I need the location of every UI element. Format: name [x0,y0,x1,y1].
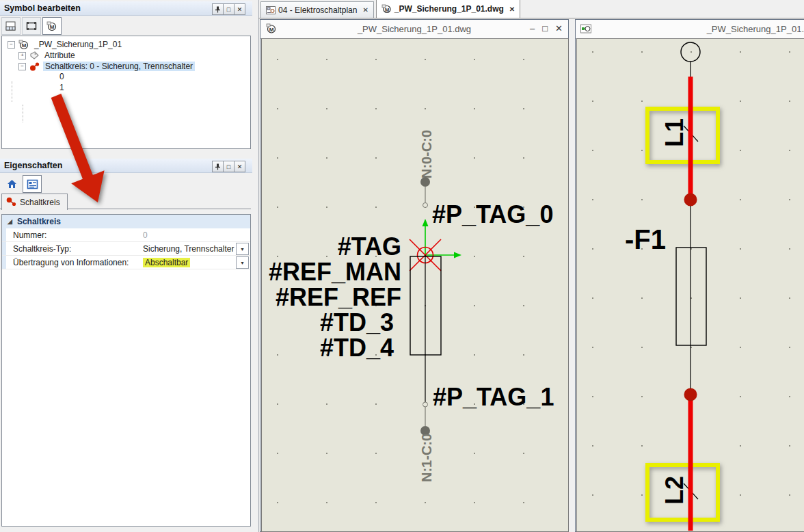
tree-item-node-0[interactable]: 0 [43,71,66,82]
tree-item-root[interactable]: − M _PW_Sicherung_1P_01 [8,39,124,50]
junction-dot-bottom[interactable] [684,388,697,401]
app-root: { "icons": { "close": "✕", "maximize": "… [0,0,804,532]
tree-item-label[interactable]: _PW_Sicherung_1P_01 [32,40,124,49]
origin-axis-x-arrowhead [454,252,461,258]
tree-item-label[interactable]: Attribute [42,51,77,60]
chevron-down-icon: ▼ [240,247,245,252]
symbol-icon[interactable]: M [42,17,62,35]
window-titlebar[interactable]: _PW_Sicherung_1P_01. [576,20,804,39]
close-button[interactable]: ✕ [234,161,245,172]
window-title: _PW_Sicherung_1P_01. [576,24,804,34]
schematic-preview-canvas[interactable]: L1 L2 -F1 [576,38,804,532]
fuse-body-rect[interactable] [676,248,706,345]
expand-icon[interactable]: + [18,52,26,59]
frame-icon[interactable] [22,17,41,35]
dropdown-button[interactable]: ▼ [236,256,249,269]
section-title: Schaltkreis [17,217,61,226]
origin-axis-y-arrowhead [423,219,429,226]
ref-ref-label[interactable]: #REF_REF [276,283,401,311]
tab-close-icon[interactable]: ✕ [509,5,515,13]
left-dock: Symbol bearbeiten □ ✕ M − M _PW_Sicherun… [0,0,259,532]
ref-man-label[interactable]: #REF_MAN [269,258,401,286]
property-row-nummer: Nummer: 0 [2,228,250,242]
tree-connector [23,105,23,122]
connection-point-top[interactable] [423,203,428,208]
property-row-schaltkreis-typ: Schaltkreis-Typ: Sicherung, Trennschalte… [2,242,250,256]
symbol-icon: M [381,4,392,14]
maximize-button[interactable]: □ [542,23,548,34]
l1-label[interactable]: L1 [660,118,688,147]
td-4-label[interactable]: #TD_4 [320,334,394,362]
close-button[interactable]: ✕ [234,3,245,15]
row-strip [2,242,6,255]
junction-dot-top[interactable] [684,194,697,207]
node-sphere-icon [43,83,52,92]
tree-item-attribute[interactable]: + Attribute [18,50,77,61]
tab-label[interactable]: _PW_Sicherung_1P_01.dwg [394,4,504,14]
tab-elektroschaltplan[interactable]: 04 - Elektroschaltplan ✕ [260,1,374,18]
tree-item-label[interactable]: 0 [57,72,66,81]
node-sphere-icon [43,72,52,81]
minimize-button[interactable]: – [530,23,535,34]
property-label: Nummer: [13,230,46,240]
row-strip [2,256,6,269]
tree-item-node-1[interactable]: 1 [43,82,66,93]
tab-label[interactable]: 04 - Elektroschaltplan [278,5,357,15]
tree-item-label[interactable]: Schaltkreis: 0 - Sicherung, Trennschalte… [43,62,195,71]
property-row-uebertragung: Übertragung von Informationen: Abschaltb… [2,256,250,269]
property-value[interactable]: Sicherung, Trennschalter [143,244,235,254]
schematic-page-icon [266,5,276,15]
p-tag-0-label[interactable]: #P_TAG_0 [432,200,553,228]
property-section-header[interactable]: ◢ Schaltkreis [2,215,250,228]
pin-label-top[interactable]: N:0-C:0 [419,130,434,178]
tree-item-schaltkreis[interactable]: − Schaltkreis: 0 - Sicherung, Trennschal… [18,61,195,72]
symbol-tree[interactable]: − M _PW_Sicherung_1P_01 + Attribute − Sc… [1,36,251,149]
tab-label[interactable]: Schaltkreis [20,198,60,207]
dropdown-button[interactable]: ▼ [236,243,249,255]
circuit-node-icon [6,197,17,207]
schematic-preview-window: _PW_Sicherung_1P_01. L1 L2 [575,19,804,532]
home-icon[interactable] [2,175,21,193]
tab-close-icon[interactable]: ✕ [362,6,368,14]
f1-label[interactable]: -F1 [625,224,666,254]
pin-dot-top[interactable] [420,177,430,187]
document-tab-bar: 04 - Elektroschaltplan ✕ M _PW_Sicherung… [258,0,804,18]
p-tag-1-label[interactable]: #P_TAG_1 [433,383,554,411]
properties-panel-header: Eigenschaften □ ✕ [0,159,252,173]
form-view-icon[interactable] [23,175,42,193]
property-label: Übertragung von Informationen: [13,258,129,267]
tab-pw-sicherung[interactable]: M _PW_Sicherung_1P_01.dwg ✕ [376,0,520,18]
window-titlebar[interactable]: M _PW_Sicherung_1P_01.dwg – □ ✕ [260,20,568,39]
pin-icon[interactable] [212,3,224,15]
highlighted-value[interactable]: Abschaltbar [143,258,190,267]
collapse-icon[interactable]: − [8,41,15,49]
connection-point-bottom[interactable] [423,402,428,407]
window-title: _PW_Sicherung_1P_01.dwg [260,24,568,34]
property-value[interactable]: 0 [143,230,235,240]
tab-schaltkreis[interactable]: Schaltkreis [1,194,68,210]
properties-toolbar [2,175,43,193]
circuit-node-icon [29,62,40,72]
section-expanded-icon[interactable]: ◢ [8,218,12,225]
tag-label[interactable]: #TAG [338,232,401,261]
tree-connector [12,81,12,102]
sheet-table-icon[interactable] [1,17,21,35]
property-value[interactable]: Abschaltbar [143,258,235,267]
close-button[interactable]: ✕ [555,23,563,34]
potential-circle[interactable] [681,42,700,62]
tree-item-label[interactable]: 1 [57,83,66,92]
pin-label-bottom[interactable]: N:1-C:0 [419,434,434,482]
maximize-button[interactable]: □ [223,3,234,15]
l2-label[interactable]: L2 [660,476,688,505]
symbol-panel-header: Symbol bearbeiten □ ✕ [0,1,252,16]
property-label: Schaltkreis-Typ: [13,244,71,254]
pin-icon[interactable] [212,161,224,172]
td-3-label[interactable]: #TD_3 [320,308,394,336]
symbol-editor-canvas[interactable]: N:0-C:0 #P_TAG_0 #TAG #REF_MAN #REF_REF … [261,38,569,532]
maximize-button[interactable]: □ [223,161,234,172]
symbol-editor-window: M _PW_Sicherung_1P_01.dwg – □ ✕ N:0-C:0 … [260,19,569,532]
properties-panel-title: Eigenschaften [4,161,62,170]
symbol-drawing: N:0-C:0 #P_TAG_0 #TAG #REF_MAN #REF_REF … [262,39,567,531]
collapse-icon[interactable]: − [18,63,26,70]
tag-icon [29,51,40,60]
